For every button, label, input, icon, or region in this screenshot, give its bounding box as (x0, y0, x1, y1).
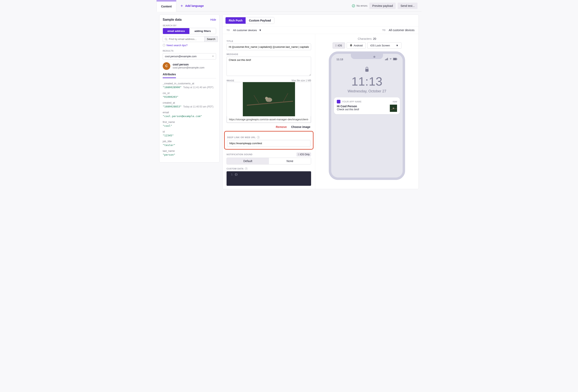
attribute-row: job_title"tester" (163, 140, 216, 147)
attribute-key: cio_id (163, 92, 216, 95)
image-url-field[interactable]: https://storage.googleapis.com/cio-asset… (227, 116, 311, 123)
no-errors-indicator: No errors (352, 4, 367, 8)
search-button[interactable]: Search (204, 36, 218, 42)
to-label-editor: TO (227, 29, 230, 31)
signal-icon (385, 58, 388, 61)
preview-payload-button[interactable]: Preview payload (369, 2, 396, 9)
sound-none[interactable]: None (269, 158, 311, 164)
attribute-row: _created_in_customerio_at"1680028900"Tod… (163, 82, 216, 89)
to-value-editor: All customer devices (233, 29, 257, 32)
search-by-filters[interactable]: adding filters (189, 28, 216, 34)
lock-icon (331, 66, 403, 73)
custom-data-label: CUSTOM DATA ? (227, 167, 311, 170)
notif-app-icon (337, 100, 340, 103)
tab-custom-payload[interactable]: Custom Payload (246, 17, 274, 24)
person-email: cool.person@example.com (173, 66, 204, 69)
hide-link[interactable]: Hide (210, 18, 216, 21)
tab-attributes[interactable]: Attributes (163, 73, 176, 78)
content-tabs: Content (156, 0, 176, 11)
sound-label: NOTIFICATION SOUND (227, 153, 252, 156)
search-tips-label: Need search tips? (166, 44, 188, 47)
search-tips-link[interactable]: ? Need search tips? (163, 44, 188, 47)
attribute-row: first_name"cool" (163, 120, 216, 127)
status-time: 11:13 (337, 58, 343, 61)
lock-time: 11:13 (331, 75, 403, 88)
search-by-segment: email address adding filters (163, 28, 216, 34)
attribute-row: id"12345" (163, 130, 216, 137)
message-label: MESSAGE (227, 53, 311, 55)
image-label: IMAGE (227, 79, 234, 82)
caret-down-icon: ▼ (212, 55, 214, 57)
notif-image (390, 105, 397, 112)
search-input[interactable] (163, 36, 204, 42)
notif-when: now (393, 100, 397, 103)
search-icon (164, 37, 168, 42)
device-android[interactable]: Android (347, 42, 366, 49)
search-by-email[interactable]: email address (163, 28, 189, 34)
caret-down-icon: ▼ (396, 44, 398, 47)
attribute-value: "1680028900" (163, 86, 182, 89)
svg-point-2 (352, 4, 355, 7)
top-bar: Content Add language No errors Preview p… (156, 0, 422, 12)
lock-date: Wednesday, October 27 (331, 89, 403, 93)
help-icon[interactable]: ? (257, 136, 260, 139)
attribute-value: "cool.person@example.com" (163, 115, 202, 118)
svg-rect-15 (385, 59, 385, 60)
title-input[interactable] (227, 44, 311, 50)
svg-line-4 (167, 40, 167, 40)
to-label-preview: TO (382, 29, 385, 31)
custom-data-editor[interactable]: 1{} (227, 171, 311, 186)
device-ios[interactable]:  iOS (333, 42, 345, 49)
tab-rich-push[interactable]: Rich Push (226, 17, 246, 24)
notification-card: YOUR APP NAME now Hi Cool Person Check o… (334, 98, 400, 114)
edit-column: TITLE MESSAGE IMAGE Max file size 1 MB (223, 34, 315, 189)
check-circle-icon (352, 4, 355, 8)
avatar: C (163, 62, 170, 70)
results-select[interactable]: cool.person@example.com ▼ (163, 53, 216, 59)
code-line-number: 1 (229, 173, 233, 176)
attribute-row: last_name"person" (163, 149, 216, 156)
ios-only-badge:  iOS Only (296, 152, 311, 156)
svg-rect-20 (393, 58, 396, 60)
editor-panel: Rich Push Custom Payload TO All customer… (222, 14, 419, 189)
code-content: {} (235, 173, 238, 176)
remove-image-link[interactable]: Remove (276, 125, 287, 129)
attribute-key: _created_in_customerio_at (163, 82, 216, 85)
svg-rect-17 (386, 58, 387, 60)
preview-view-select[interactable]: iOS Lock Screen ▼ (367, 42, 401, 49)
characters-label: Characters (358, 37, 371, 40)
notif-title: Hi Cool Person (337, 105, 388, 108)
no-errors-label: No errors (356, 4, 367, 7)
device-segment:  iOS Android iOS Lock Screen ▼ (319, 42, 415, 49)
sound-default[interactable]: Default (227, 158, 269, 164)
choose-image-link[interactable]: Choose image (291, 125, 310, 129)
image-thumbnail (243, 82, 295, 116)
battery-icon (393, 58, 397, 61)
payload-type-tabs: Rich Push Custom Payload (225, 17, 274, 24)
bird-image-icon (243, 82, 295, 116)
to-select-editor[interactable]: All customer devices ▼ (233, 29, 261, 32)
tab-content[interactable]: Content (156, 0, 176, 12)
person-name: cool person (173, 63, 204, 66)
add-language-label: Add language (185, 4, 204, 7)
svg-rect-21 (397, 59, 397, 59)
attribute-row: created_at"1680028853"Today at 11:40:53 … (163, 101, 216, 108)
message-input[interactable] (227, 57, 311, 76)
attribute-row: email"cool.person@example.com" (163, 111, 216, 118)
deep-link-input[interactable] (227, 140, 310, 147)
sample-data-panel: Sample data Hide SEARCH BY email address… (159, 14, 220, 162)
attribute-value: "12345" (163, 134, 174, 137)
add-language-button[interactable]: Add language (176, 4, 207, 8)
svg-point-11 (265, 97, 268, 99)
to-value-preview: All customer devices (389, 29, 415, 32)
svg-point-25 (393, 108, 394, 109)
attribute-key: last_name (163, 149, 216, 152)
attribute-value: "01000203" (163, 96, 178, 98)
send-test-button[interactable]: Send test... (398, 2, 418, 9)
caret-down-icon: ▼ (259, 29, 261, 32)
attribute-tabs: Attributes (163, 73, 216, 78)
attribute-value: "cool" (163, 124, 172, 127)
image-preview-box: https://storage.googleapis.com/cio-asset… (227, 82, 311, 123)
attribute-key: first_name (163, 120, 216, 124)
help-icon[interactable]: ? (245, 167, 248, 170)
